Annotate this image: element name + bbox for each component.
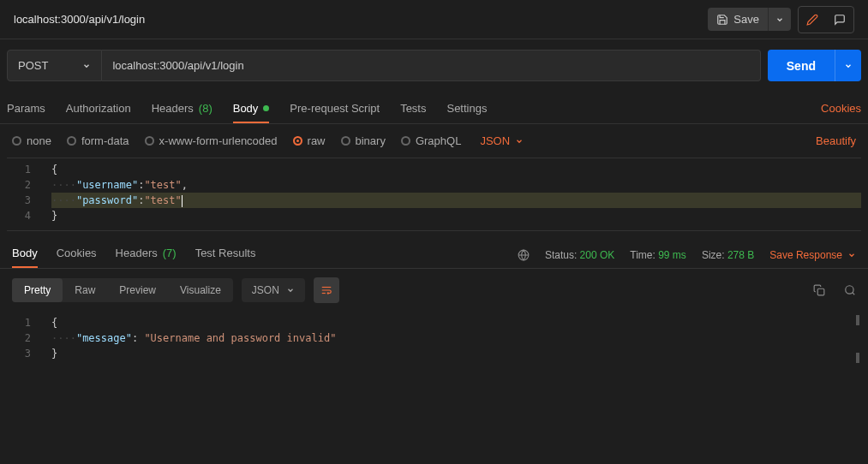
method-value: POST [18, 59, 48, 72]
method-select[interactable]: POST [7, 50, 102, 81]
code-line-1: 1 { [7, 315, 861, 330]
comment-icon [834, 14, 846, 26]
view-mode-raw[interactable]: Raw [63, 278, 107, 302]
chevron-down-icon [844, 62, 853, 70]
radio-icon-selected [293, 136, 302, 146]
save-button-group: Save [708, 8, 791, 31]
beautify-link[interactable]: Beautify [816, 134, 856, 147]
code-line-4: 4 } [7, 208, 861, 223]
response-toolbar: Pretty Raw Preview Visualize JSON [0, 269, 868, 312]
response-tab-headers[interactable]: Headers (7) [116, 241, 177, 268]
tab-body-label: Body [233, 102, 259, 115]
tab-tests[interactable]: Tests [400, 97, 426, 123]
tab-settings[interactable]: Settings [446, 97, 487, 123]
save-dropdown-button[interactable] [768, 8, 791, 31]
body-type-graphql[interactable]: GraphQL [401, 134, 461, 147]
copy-button[interactable] [813, 284, 825, 296]
radio-icon [145, 136, 154, 146]
copy-icon [813, 284, 825, 296]
send-button[interactable]: Send [768, 50, 835, 81]
code-line-2: 2 ····"username":"test", [7, 177, 861, 193]
request-row: POST Send [0, 39, 868, 88]
view-mode-visualize[interactable]: Visualize [168, 278, 233, 302]
tab-headers[interactable]: Headers (8) [152, 97, 213, 123]
code-line-1: 1 { [7, 162, 861, 177]
search-icon [844, 284, 856, 296]
response-header: Body Cookies Headers (7) Test Results St… [0, 231, 868, 269]
svg-rect-4 [817, 289, 824, 295]
chevron-down-icon [286, 286, 295, 294]
tab-prerequest[interactable]: Pre-request Script [290, 97, 380, 123]
tab-authorization[interactable]: Authorization [66, 97, 131, 123]
code-line-3: 3 } [7, 346, 861, 361]
scrollbar-thumb[interactable] [856, 353, 859, 363]
tab-body[interactable]: Body [233, 97, 270, 123]
tab-headers-count: (8) [199, 102, 213, 115]
chevron-down-icon [847, 251, 856, 259]
globe-icon[interactable] [518, 249, 530, 261]
code-line-3: 3 ····"password":"test" [7, 193, 861, 208]
send-dropdown-button[interactable] [835, 50, 861, 81]
save-response-button[interactable]: Save Response [769, 249, 856, 261]
radio-icon [341, 136, 350, 146]
tab-headers-label: Headers [152, 102, 194, 115]
scrollbar-thumb[interactable] [856, 315, 859, 325]
radio-icon [12, 136, 21, 146]
body-type-none[interactable]: none [12, 134, 51, 147]
wrap-lines-button[interactable] [314, 277, 339, 303]
search-button[interactable] [844, 284, 856, 296]
request-tabs: Params Authorization Headers (8) Body Pr… [0, 88, 868, 124]
response-tab-headers-count: (7) [163, 247, 177, 259]
status-group: Status: 200 OK [545, 249, 614, 261]
body-type-formdata[interactable]: form-data [67, 134, 129, 147]
body-type-binary[interactable]: binary [341, 134, 386, 147]
save-icon [716, 14, 728, 26]
chevron-down-icon [82, 62, 91, 70]
response-status-info: Status: 200 OK Time: 99 ms Size: 278 B S… [518, 249, 856, 261]
code-line-2: 2 ····"message": "Username and password … [7, 330, 861, 346]
edit-button[interactable] [800, 9, 824, 31]
radio-icon [67, 136, 76, 146]
response-format-select[interactable]: JSON [242, 278, 305, 302]
response-tab-headers-label: Headers [116, 247, 158, 259]
save-button[interactable]: Save [708, 8, 768, 31]
body-type-raw[interactable]: raw [293, 134, 326, 147]
top-actions: Save [708, 6, 854, 33]
request-tab-title: localhost:3000/api/v1/login [14, 13, 145, 26]
response-tab-cookies[interactable]: Cookies [57, 241, 97, 268]
tab-params[interactable]: Params [7, 97, 45, 123]
text-cursor [182, 195, 183, 207]
action-icon-group [798, 6, 854, 33]
body-indicator-dot [263, 105, 269, 111]
response-tab-test-results[interactable]: Test Results [195, 241, 256, 268]
view-mode-preview[interactable]: Preview [107, 278, 168, 302]
save-button-label: Save [733, 13, 759, 26]
body-type-xwww[interactable]: x-www-form-urlencoded [145, 134, 278, 147]
chevron-down-icon [515, 137, 524, 146]
request-body-editor[interactable]: 1 { 2 ····"username":"test", 3 ····"pass… [7, 158, 861, 231]
view-mode-pretty[interactable]: Pretty [12, 278, 63, 302]
cookies-link[interactable]: Cookies [821, 97, 861, 123]
send-button-group: Send [768, 50, 861, 81]
chevron-down-icon [775, 15, 784, 24]
view-mode-tabs: Pretty Raw Preview Visualize [12, 278, 233, 302]
body-format-select[interactable]: JSON [480, 134, 524, 147]
size-group: Size: 278 B [702, 249, 754, 261]
pencil-icon [806, 14, 818, 26]
time-group: Time: 99 ms [630, 249, 686, 261]
response-tab-body[interactable]: Body [12, 241, 38, 268]
svg-line-6 [853, 293, 855, 295]
comment-button[interactable] [828, 9, 852, 31]
wrap-icon [320, 284, 332, 296]
top-bar: localhost:3000/api/v1/login Save [0, 0, 868, 39]
radio-icon [401, 136, 410, 146]
url-input[interactable] [102, 50, 760, 81]
svg-point-5 [846, 286, 853, 294]
body-type-row: none form-data x-www-form-urlencoded raw… [0, 124, 868, 158]
response-body-editor[interactable]: 1 { 2 ····"message": "Username and passw… [7, 312, 861, 365]
